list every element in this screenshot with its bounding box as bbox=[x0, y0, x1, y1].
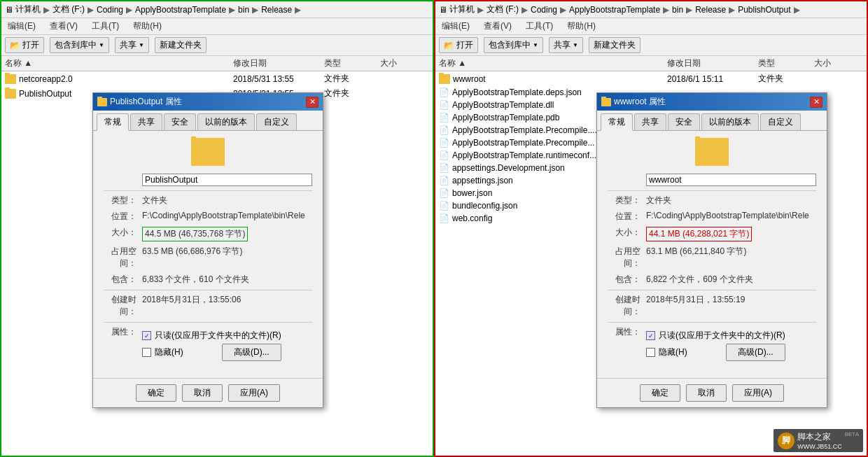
right-advanced-btn[interactable]: 高级(D)... bbox=[726, 344, 785, 361]
left-col-date[interactable]: 修改日期 bbox=[233, 57, 324, 69]
left-addr-bin[interactable]: bin bbox=[238, 5, 249, 15]
left-ok-btn[interactable]: 确定 bbox=[136, 384, 176, 402]
right-share-btn[interactable]: 共享 ▼ bbox=[549, 37, 583, 53]
left-col-name[interactable]: 名称 ▲ bbox=[5, 57, 233, 69]
right-open-btn[interactable]: 📂 打开 bbox=[439, 37, 478, 53]
left-tab-general[interactable]: 常规 bbox=[97, 113, 129, 131]
right-tab-previous[interactable]: 以前的版本 bbox=[701, 113, 759, 130]
right-type-value: 文件夹 bbox=[646, 195, 816, 206]
right-library-btn[interactable]: 包含到库中 ▼ bbox=[484, 37, 543, 53]
right-location-label: 位置： bbox=[608, 211, 646, 223]
right-size-label: 大小： bbox=[608, 227, 646, 239]
left-menu-view[interactable]: 查看(V) bbox=[47, 20, 80, 33]
left-tab-previous[interactable]: 以前的版本 bbox=[197, 113, 255, 130]
left-folder-name-input[interactable] bbox=[142, 174, 312, 186]
left-hidden-checkbox[interactable] bbox=[142, 348, 151, 357]
left-library-btn[interactable]: 包含到库中 ▼ bbox=[50, 37, 109, 53]
watermark-icon-text: 脚 bbox=[782, 435, 790, 447]
right-addr-bin[interactable]: bin bbox=[672, 5, 683, 15]
right-file-header: 名称 ▲ 修改日期 类型 大小 bbox=[435, 56, 867, 71]
right-newfolder-btn[interactable]: 新建文件夹 bbox=[589, 37, 640, 53]
right-col-size[interactable]: 大小 bbox=[814, 57, 863, 69]
left-tab-share[interactable]: 共享 bbox=[130, 113, 162, 130]
open-icon: 📂 bbox=[10, 41, 20, 50]
left-addr-project[interactable]: ApplyBootstrapTemplate bbox=[135, 5, 226, 15]
left-dialog-folder-icon bbox=[191, 138, 225, 166]
left-menu-tools[interactable]: 工具(T) bbox=[89, 20, 122, 33]
left-newfolder-btn[interactable]: 新建文件夹 bbox=[155, 37, 206, 53]
left-tab-custom[interactable]: 自定义 bbox=[256, 113, 297, 130]
right-newfolder-label: 新建文件夹 bbox=[594, 39, 636, 51]
right-cancel-btn[interactable]: 取消 bbox=[686, 384, 727, 402]
left-dialog-title-icon bbox=[97, 98, 107, 106]
right-menu-edit[interactable]: 编辑(E) bbox=[439, 20, 472, 33]
left-addr-coding[interactable]: Coding bbox=[97, 5, 123, 15]
right-menu-bar: 编辑(E) 查看(V) 工具(T) 帮助(H) bbox=[435, 18, 867, 35]
file-icon: 📄 bbox=[439, 100, 449, 110]
right-menu-view[interactable]: 查看(V) bbox=[481, 20, 514, 33]
right-tab-bar: 常规 共享 安全 以前的版本 自定义 bbox=[597, 111, 827, 131]
left-share-btn[interactable]: 共享 ▼ bbox=[115, 37, 149, 53]
right-tab-security[interactable]: 安全 bbox=[668, 113, 700, 130]
right-dialog-folder-icon bbox=[695, 138, 729, 166]
right-addr-publish[interactable]: PublishOutput bbox=[738, 5, 790, 15]
right-hidden-row: 隐藏(H) 高级(D)... bbox=[646, 344, 785, 361]
right-ok-btn[interactable]: 确定 bbox=[640, 384, 680, 402]
left-type-label: 类型： bbox=[104, 195, 142, 206]
right-addr-drive[interactable]: 文档 (F:) bbox=[486, 3, 519, 15]
right-addr-coding[interactable]: Coding bbox=[531, 5, 557, 15]
right-file-name-0: wwwroot bbox=[439, 74, 667, 84]
left-addr-release[interactable]: Release bbox=[261, 5, 292, 15]
right-menu-help[interactable]: 帮助(H) bbox=[564, 20, 598, 33]
right-addr-computer[interactable]: 计算机 bbox=[449, 3, 475, 15]
left-col-type[interactable]: 类型 bbox=[324, 57, 380, 69]
right-filekind-0: 文件夹 bbox=[758, 73, 814, 85]
right-open-label: 打开 bbox=[456, 39, 473, 51]
right-attr-section: 只读(仅应用于文件夹中的文件)(R) 隐藏(H) 高级(D)... bbox=[646, 330, 785, 363]
left-size-highlight: 44.5 MB (46,735,768 字节) bbox=[142, 227, 248, 241]
left-menu-edit[interactable]: 编辑(E) bbox=[5, 20, 38, 33]
right-tab-share[interactable]: 共享 bbox=[634, 113, 666, 130]
right-col-name[interactable]: 名称 ▲ bbox=[439, 57, 667, 69]
right-col-date[interactable]: 修改日期 bbox=[667, 57, 758, 69]
right-apply-btn[interactable]: 应用(A) bbox=[732, 384, 784, 402]
right-hidden-checkbox[interactable] bbox=[646, 348, 655, 357]
rsep5: ▶ bbox=[686, 5, 692, 15]
left-created-value: 2018年5月31日，13:55:06 bbox=[142, 294, 312, 306]
right-dialog-close-btn[interactable]: ✕ bbox=[810, 97, 822, 108]
left-dialog-close-btn[interactable]: ✕ bbox=[306, 97, 318, 108]
left-readonly-checkbox[interactable] bbox=[142, 331, 151, 340]
right-addr-release[interactable]: Release bbox=[695, 5, 726, 15]
rsep3: ▶ bbox=[560, 5, 566, 15]
left-attr-section: 只读(仅应用于文件夹中的文件)(R) 隐藏(H) 高级(D)... bbox=[142, 330, 281, 363]
left-disk-row: 占用空间： 63.5 MB (66,686,976 字节) bbox=[104, 246, 312, 269]
left-location-value: F:\Coding\ApplyBootstrapTemplate\bin\Rel… bbox=[142, 211, 312, 220]
sep2: ▶ bbox=[88, 5, 94, 15]
left-apply-btn[interactable]: 应用(A) bbox=[228, 384, 280, 402]
right-sep1 bbox=[608, 190, 816, 191]
right-addr-project[interactable]: ApplyBootstrapTemplate bbox=[569, 5, 660, 15]
right-tab-general[interactable]: 常规 bbox=[601, 113, 633, 131]
left-addr-drive[interactable]: 文档 (F:) bbox=[52, 3, 85, 15]
table-row[interactable]: wwwroot 2018/6/1 15:11 文件夹 bbox=[435, 71, 867, 86]
right-folder-name-input[interactable] bbox=[646, 174, 816, 186]
left-cancel-btn[interactable]: 取消 bbox=[182, 384, 223, 402]
left-col-size[interactable]: 大小 bbox=[380, 57, 429, 69]
left-open-btn[interactable]: 📂 打开 bbox=[5, 37, 44, 53]
left-hidden-row: 隐藏(H) 高级(D)... bbox=[142, 344, 281, 361]
left-addr-computer[interactable]: 计算机 bbox=[15, 3, 41, 15]
right-filename-4: ApplyBootstrapTemplate.Precompile.... bbox=[452, 125, 597, 135]
left-advanced-btn[interactable]: 高级(D)... bbox=[222, 344, 281, 361]
right-created-label: 创建时间： bbox=[608, 294, 646, 318]
left-created-label: 创建时间： bbox=[104, 294, 142, 318]
left-menu-help[interactable]: 帮助(H) bbox=[130, 20, 164, 33]
right-menu-tools[interactable]: 工具(T) bbox=[523, 20, 556, 33]
table-row[interactable]: netcoreapp2.0 2018/5/31 13:55 文件夹 bbox=[1, 71, 433, 86]
right-tab-custom[interactable]: 自定义 bbox=[760, 113, 801, 130]
right-col-type[interactable]: 类型 bbox=[758, 57, 814, 69]
right-dialog-body: 类型： 文件夹 位置： F:\Coding\ApplyBootstrapTemp… bbox=[597, 131, 827, 374]
left-tab-security[interactable]: 安全 bbox=[164, 113, 196, 130]
right-readonly-checkbox[interactable] bbox=[646, 331, 655, 340]
right-filedate-0: 2018/6/1 15:11 bbox=[667, 74, 758, 84]
right-created-row: 创建时间： 2018年5月31日，13:55:19 bbox=[608, 294, 816, 318]
